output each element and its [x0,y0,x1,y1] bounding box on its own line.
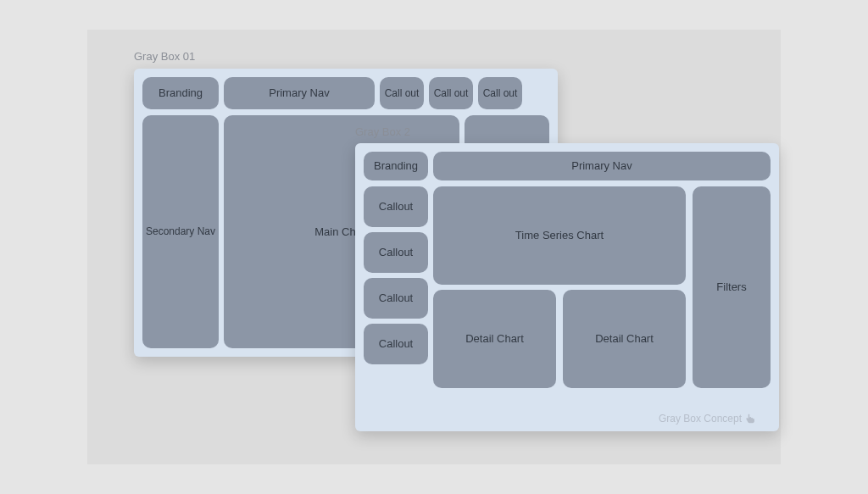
callout-block: Callout [364,186,428,227]
footer-watermark: Gray Box Concept [659,413,755,425]
filters-block: Filters [693,186,771,388]
wireframe1-title: Gray Box 01 [134,50,195,63]
footer-text: Gray Box Concept [659,413,742,425]
primary-nav-block: Primary Nav [433,152,771,180]
secondary-nav-block: Secondary Nav [142,115,219,348]
detail-chart-block: Detail Chart [433,290,556,388]
wireframe-card-2[interactable]: Branding Primary Nav Callout Callout Cal… [355,143,779,431]
primary-nav-block: Primary Nav [224,77,375,109]
time-series-chart-block: Time Series Chart [433,186,686,285]
detail-chart-block: Detail Chart [563,290,686,388]
canvas-stage: Gray Box 01 Branding Primary Nav Call ou… [87,30,781,464]
callout-block: Callout [364,324,428,364]
branding-block: Branding [142,77,219,109]
hand-cursor-icon [745,413,755,425]
branding-block: Branding [364,152,428,180]
callout-block: Callout [364,232,428,273]
wireframe2-title: Gray Box 2 [355,125,410,138]
callout-block: Call out [380,77,424,109]
callout-block: Callout [364,278,428,319]
callout-block: Call out [478,77,522,109]
callout-block: Call out [429,77,473,109]
